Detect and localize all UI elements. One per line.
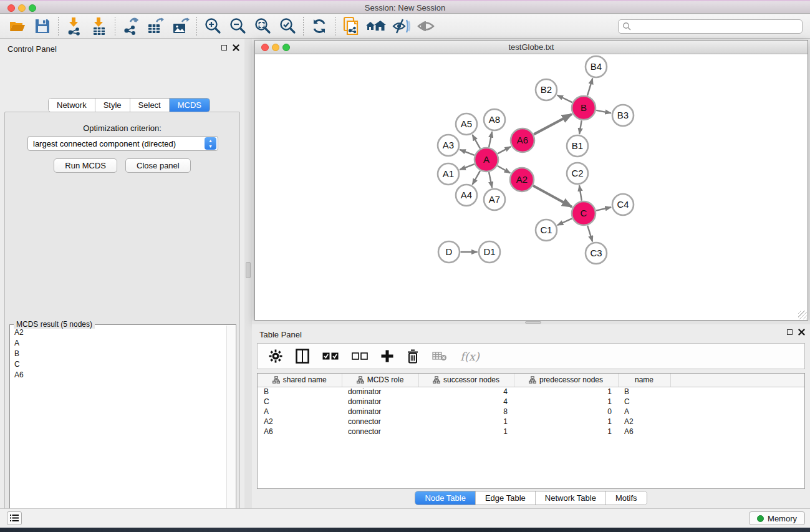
export-image-icon[interactable]	[168, 16, 193, 36]
table-row[interactable]: Bdominator41B	[258, 387, 805, 397]
export-table-icon[interactable]	[143, 16, 168, 36]
close-panel-icon[interactable]	[798, 329, 805, 336]
node-C4[interactable]: C4	[612, 194, 634, 215]
close-panel-button[interactable]: Close panel	[125, 158, 191, 173]
show-graphics-icon[interactable]	[413, 16, 438, 36]
task-history-button[interactable]	[7, 511, 22, 525]
column-header-successor-nodes[interactable]: successor nodes	[418, 374, 514, 387]
cell[interactable]: C	[618, 397, 670, 407]
column-header-MCDS-role[interactable]: MCDS role	[342, 374, 418, 387]
node-B2[interactable]: B2	[536, 79, 557, 100]
deselect-all-rows-icon[interactable]	[352, 352, 368, 360]
function-builder-icon[interactable]: f(x)	[460, 350, 480, 363]
zoom-out-icon[interactable]	[225, 16, 250, 36]
tab-node-table[interactable]: Node Table	[415, 491, 476, 505]
edge-A-A4[interactable]	[473, 171, 480, 185]
node-A4[interactable]: A4	[456, 185, 477, 206]
cell[interactable]: A6	[618, 427, 670, 437]
edge-A-A5[interactable]	[473, 135, 480, 148]
edge-A-A2[interactable]	[498, 166, 510, 173]
cell[interactable]: A2	[258, 417, 342, 427]
export-network-icon[interactable]	[118, 16, 143, 36]
edge-A-A1[interactable]	[460, 164, 475, 170]
cell[interactable]: 1	[418, 427, 514, 437]
refresh-icon[interactable]	[307, 16, 332, 36]
tab-motifs[interactable]: Motifs	[606, 491, 647, 505]
run-mcds-button[interactable]: Run MCDS	[54, 158, 117, 173]
node-B3[interactable]: B3	[612, 105, 634, 126]
node-C[interactable]: C	[572, 201, 595, 225]
node-B4[interactable]: B4	[586, 56, 607, 77]
node-table[interactable]: shared nameMCDS rolesuccessor nodesprede…	[257, 373, 805, 489]
search-input[interactable]	[631, 22, 798, 31]
node-A5[interactable]: A5	[456, 114, 477, 135]
result-item[interactable]: B	[11, 349, 226, 359]
cell[interactable]: 4	[418, 387, 514, 397]
cell[interactable]: B	[618, 387, 670, 397]
cell[interactable]: 4	[418, 397, 514, 407]
cell[interactable]: 8	[418, 407, 514, 417]
node-A[interactable]: A	[475, 148, 498, 172]
cell[interactable]: connector	[342, 417, 418, 427]
edge-B-B4[interactable]	[587, 79, 592, 96]
node-D[interactable]: D	[438, 241, 460, 263]
tab-mcds[interactable]: MCDS	[170, 99, 210, 112]
edge-B-B3[interactable]	[596, 110, 611, 114]
cell[interactable]: 1	[514, 397, 618, 407]
edge-A2-C[interactable]	[533, 186, 572, 207]
cell[interactable]: 1	[514, 417, 618, 427]
cell[interactable]: 1	[514, 387, 618, 397]
result-item[interactable]: A2	[11, 327, 226, 338]
add-row-icon[interactable]	[381, 350, 393, 362]
result-item[interactable]: C	[11, 359, 226, 370]
result-item[interactable]: A	[11, 338, 226, 349]
tab-style[interactable]: Style	[95, 99, 130, 112]
edge-C-C1[interactable]	[557, 218, 572, 225]
cell[interactable]: dominator	[342, 387, 418, 397]
divider-handle[interactable]	[246, 262, 251, 278]
float-panel-icon[interactable]	[221, 45, 227, 51]
network-window-titlebar[interactable]: testGlobe.txt	[255, 41, 808, 54]
cell[interactable]: B	[258, 387, 342, 397]
node-A1[interactable]: A1	[438, 163, 459, 185]
select-all-rows-icon[interactable]	[322, 352, 339, 360]
first-neighbors-icon[interactable]	[364, 16, 388, 36]
node-A8[interactable]: A8	[484, 109, 505, 130]
tab-network-table[interactable]: Network Table	[536, 491, 606, 505]
network-graph[interactable]: B4B2BB3A8A5A6A3B1AA1C2A2A4A7C4CC1C3DD1	[255, 55, 808, 320]
zoom-fit-icon[interactable]	[250, 16, 275, 36]
criterion-dropdown[interactable]: largest connected component (directed) ▲…	[27, 136, 218, 151]
delete-row-icon[interactable]	[407, 349, 419, 364]
cell[interactable]: A	[618, 407, 670, 417]
cell[interactable]: connector	[342, 427, 418, 437]
memory-button[interactable]: Memory	[749, 511, 805, 525]
edge-A6-B[interactable]	[534, 114, 572, 134]
node-B1[interactable]: B1	[567, 135, 588, 157]
tab-network[interactable]: Network	[49, 99, 95, 112]
import-network-icon[interactable]	[62, 16, 87, 36]
divider-handle[interactable]	[525, 321, 541, 324]
result-scrollbar[interactable]	[226, 326, 235, 532]
zoom-selected-icon[interactable]	[275, 16, 300, 36]
cell[interactable]: A	[258, 407, 342, 417]
zoom-in-icon[interactable]	[200, 16, 225, 36]
float-panel-icon[interactable]	[787, 329, 793, 335]
delete-table-icon[interactable]	[432, 351, 447, 361]
node-D1[interactable]: D1	[479, 241, 500, 263]
cell[interactable]: A6	[258, 427, 342, 437]
window-resize-grip[interactable]	[798, 311, 807, 319]
table-row[interactable]: Cdominator41C	[258, 397, 805, 407]
edge-C-C3[interactable]	[587, 226, 592, 242]
node-A6[interactable]: A6	[511, 128, 534, 152]
cell[interactable]: dominator	[342, 397, 418, 407]
table-row[interactable]: A6connector11A6	[258, 427, 805, 437]
import-table-icon[interactable]	[87, 16, 112, 36]
edge-C-C4[interactable]	[596, 207, 611, 210]
node-C3[interactable]: C3	[586, 243, 607, 264]
node-A7[interactable]: A7	[484, 189, 505, 210]
show-columns-icon[interactable]	[296, 349, 309, 364]
table-row[interactable]: A2connector11A2	[258, 417, 805, 427]
column-header-name[interactable]: name	[618, 374, 670, 387]
cell[interactable]: C	[258, 397, 342, 407]
cell[interactable]: 0	[514, 407, 618, 417]
